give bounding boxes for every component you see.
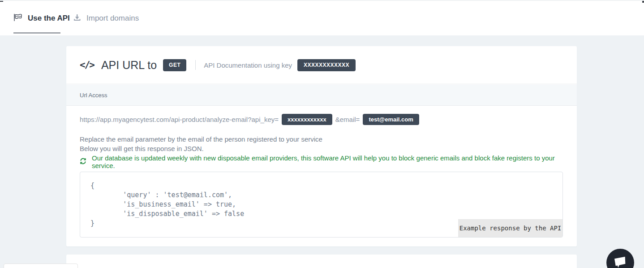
window-edge-artifact: [0, 1, 3, 2]
api-url-card: </> API URL to GET API Documentation usi…: [66, 46, 577, 246]
tab-bar: Use the API Import domains: [0, 0, 644, 35]
email-param-label: &email=: [335, 116, 360, 123]
database-update-notice: Our database is updated weekly with new …: [80, 154, 577, 169]
chat-bubble-icon: [614, 255, 627, 268]
window-edge-artifact: [642, 1, 644, 3]
tab-import-domains-label: Import domains: [86, 14, 139, 23]
instruction-line-1: Replace the email parameter by the email…: [80, 135, 322, 143]
api-doc-text: API Documentation using key: [204, 61, 292, 69]
flag-icon: [13, 13, 22, 23]
url-access-label: Url Access: [80, 92, 107, 99]
tab-import-domains[interactable]: Import domains: [73, 1, 139, 35]
download-icon: [73, 13, 81, 23]
tab-use-the-api[interactable]: Use the API: [13, 1, 70, 35]
api-key-token-badge[interactable]: xxxxxxxxxxxx: [282, 114, 332, 125]
next-section-card: [66, 255, 577, 268]
api-url-base: https://app.myagencytest.com/api-product…: [80, 116, 279, 123]
header-divider: [195, 60, 196, 70]
tab-use-the-api-label: Use the API: [28, 14, 70, 23]
card-title: API URL to: [101, 59, 157, 72]
api-key-badge[interactable]: XXXXXXXXXXXX: [297, 59, 356, 71]
active-tab-underline: [13, 32, 60, 34]
http-method-badge: GET: [163, 59, 186, 71]
bottom-left-panel: [4, 264, 78, 268]
code-icon: </>: [80, 60, 94, 70]
api-card-header: </> API URL to GET API Documentation usi…: [66, 46, 577, 84]
refresh-icon: [80, 158, 86, 166]
example-response-label: Example response by the API: [458, 219, 562, 237]
url-access-section-header: Url Access: [66, 85, 577, 106]
app-screen: Use the API Import domains </> API URL t…: [0, 0, 644, 268]
chat-widget-button[interactable]: [606, 249, 634, 268]
api-url-line: https://app.myagencytest.com/api-product…: [80, 113, 422, 125]
instruction-line-2: Below you will get this response in JSON…: [80, 145, 204, 152]
json-response-example-box: { 'query' : 'test@email.com', 'is_busine…: [80, 172, 563, 238]
json-response-code: { 'query' : 'test@email.com', 'is_busine…: [90, 181, 244, 228]
email-token-badge[interactable]: test@email.com: [363, 114, 419, 125]
notice-text: Our database is updated weekly with new …: [92, 154, 577, 169]
